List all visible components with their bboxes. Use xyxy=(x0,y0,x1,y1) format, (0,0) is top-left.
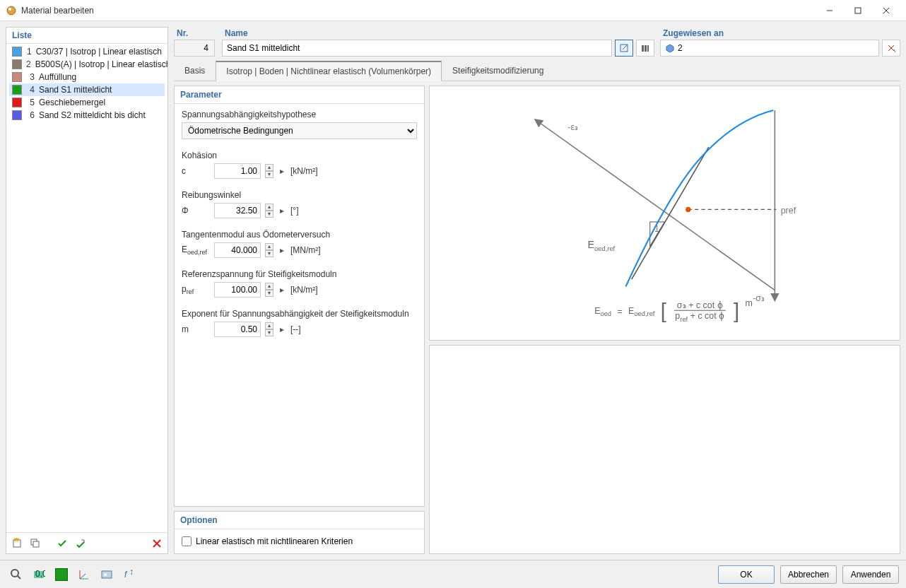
svg-point-33 xyxy=(104,573,107,576)
hypothesis-label: Spannungsabhängigkeitshypothese xyxy=(182,110,417,119)
c-spinner[interactable]: ▲▼ xyxy=(265,164,273,178)
lower-graph-panel xyxy=(429,345,900,554)
m-spinner[interactable]: ▲▼ xyxy=(265,322,273,336)
svg-rect-14 xyxy=(645,45,647,52)
volume-icon xyxy=(665,43,675,53)
svg-rect-9 xyxy=(33,541,39,547)
svg-line-18 xyxy=(538,122,775,290)
copy-item-button[interactable] xyxy=(28,536,43,551)
decimals-icon[interactable]: 0,00 xyxy=(30,565,48,584)
material-item[interactable]: 3 Auffüllung xyxy=(9,71,165,83)
material-item[interactable]: 4 Sand S1 mitteldicht xyxy=(9,83,165,96)
phi-more-button[interactable]: ▸ xyxy=(278,203,286,218)
apply-button[interactable]: Anwenden xyxy=(842,565,899,584)
include-button[interactable] xyxy=(54,536,70,551)
material-name: Sand S1 mitteldicht xyxy=(39,85,112,95)
ok-button[interactable]: OK xyxy=(718,565,775,584)
minimize-button[interactable] xyxy=(816,0,844,21)
svg-rect-3 xyxy=(855,8,861,13)
material-color-swatch xyxy=(12,59,22,69)
material-color-swatch xyxy=(12,47,22,57)
svg-text:↕: ↕ xyxy=(129,568,134,577)
phi-input[interactable] xyxy=(214,203,261,218)
material-list-panel: Liste 1 C30/37 | Isotrop | Linear elasti… xyxy=(6,27,168,554)
edit-name-button[interactable] xyxy=(615,40,633,57)
search-icon[interactable] xyxy=(7,565,25,584)
tab-bar: BasisIsotrop | Boden | Nichtlinear elast… xyxy=(174,61,900,81)
material-item[interactable]: 1 C30/37 | Isotrop | Linear elastisch xyxy=(9,45,165,58)
c-unit: [kN/m²] xyxy=(290,166,318,176)
eoed-more-button[interactable]: ▸ xyxy=(278,242,286,258)
phi-spinner[interactable]: ▲▼ xyxy=(265,204,273,218)
exponent-label: Exponent für Spannungsabhängigkeit der S… xyxy=(182,309,417,319)
svg-line-26 xyxy=(18,576,20,579)
m-symbol: m xyxy=(182,324,210,334)
hypothesis-dropdown[interactable]: Ödometrische Bedingungen xyxy=(182,122,417,139)
header-row: Nr. Name Zugewiesen an 2 xyxy=(174,27,900,57)
linear-elastic-checkbox[interactable] xyxy=(182,536,192,546)
eoed-spinner[interactable]: ▲▼ xyxy=(265,243,273,257)
material-color-swatch xyxy=(12,85,22,95)
content-split: Parameter Spannungsabhängigkeitshypothes… xyxy=(174,86,900,554)
svg-point-1 xyxy=(8,8,11,11)
svg-line-22 xyxy=(632,147,709,279)
svg-rect-15 xyxy=(647,45,649,52)
pref-input[interactable] xyxy=(214,282,261,298)
options-panel: Optionen Linear elastisch mit nichtlinea… xyxy=(174,511,425,554)
close-button[interactable] xyxy=(872,0,900,21)
parameter-panel: Parameter Spannungsabhängigkeitshypothes… xyxy=(174,86,425,507)
cohesion-label: Kohäsion xyxy=(182,151,417,160)
material-color-swatch xyxy=(12,110,22,120)
svg-text:0,00: 0,00 xyxy=(35,569,45,579)
svg-text:pref: pref xyxy=(781,206,796,216)
c-symbol: c xyxy=(182,166,210,176)
material-name: B500S(A) | Isotrop | Linear elastisch xyxy=(35,59,167,69)
window-title: Material bearbeiten xyxy=(21,6,816,16)
eoed-input[interactable] xyxy=(214,242,261,258)
c-more-button[interactable]: ▸ xyxy=(278,163,286,179)
material-name: Geschiebemergel xyxy=(39,98,105,107)
delete-button[interactable] xyxy=(149,536,165,551)
new-item-button[interactable]: ★ xyxy=(9,536,25,551)
material-number: 1 xyxy=(26,47,32,57)
assigned-value: 2 xyxy=(678,43,683,53)
material-item[interactable]: 2 B500S(A) | Isotrop | Linear elastisch xyxy=(9,58,165,71)
pref-more-button[interactable]: ▸ xyxy=(278,282,286,298)
tab[interactable]: Steifigkeitsmodifizierung xyxy=(442,61,554,81)
function-icon[interactable]: f↕ xyxy=(120,565,139,584)
linear-elastic-checkbox-row[interactable]: Linear elastisch mit nichtlinearen Krite… xyxy=(182,536,417,546)
clear-assignment-button[interactable] xyxy=(882,40,900,57)
tab[interactable]: Basis xyxy=(174,61,216,81)
name-input[interactable] xyxy=(222,40,612,57)
pref-spinner[interactable]: ▲▼ xyxy=(265,283,273,297)
color-icon[interactable] xyxy=(52,565,71,584)
bottom-bar: 0,00 f↕ OK Abbrechen Anwenden xyxy=(0,560,906,588)
phi-unit: [°] xyxy=(290,206,298,216)
material-color-swatch xyxy=(12,72,22,82)
material-item[interactable]: 6 Sand S2 mitteldicht bis dicht xyxy=(9,109,165,122)
assigned-label: Zugewiesen an xyxy=(660,27,900,40)
m-input[interactable] xyxy=(214,322,261,337)
material-number: 6 xyxy=(26,110,35,120)
material-list[interactable]: 1 C30/37 | Isotrop | Linear elastisch 2 … xyxy=(6,44,167,532)
maximize-button[interactable] xyxy=(844,0,872,21)
material-item[interactable]: 5 Geschiebemergel xyxy=(9,96,165,109)
axes-icon[interactable] xyxy=(75,565,93,584)
material-name: Auffüllung xyxy=(39,72,76,82)
render-icon[interactable] xyxy=(98,565,116,584)
c-input[interactable] xyxy=(214,163,261,179)
material-number: 5 xyxy=(26,98,35,107)
right-column: Nr. Name Zugewiesen an 2 xyxy=(174,27,900,554)
material-number: 4 xyxy=(26,85,35,95)
m-more-button[interactable]: ▸ xyxy=(278,322,286,337)
m-unit: [--] xyxy=(290,324,301,334)
app-icon xyxy=(6,5,17,16)
tab[interactable]: Isotrop | Boden | Nichtlinear elastisch … xyxy=(216,61,442,81)
cancel-button[interactable]: Abbrechen xyxy=(780,565,837,584)
nr-input[interactable] xyxy=(174,40,215,57)
stiffness-graph: -ε₃ -σ₃ pref 1 Eoed,re xyxy=(430,86,900,340)
library-button[interactable] xyxy=(636,40,654,57)
list-header: Liste xyxy=(6,28,167,44)
assigned-input[interactable]: 2 xyxy=(660,40,879,57)
include-options-button[interactable] xyxy=(73,536,88,551)
